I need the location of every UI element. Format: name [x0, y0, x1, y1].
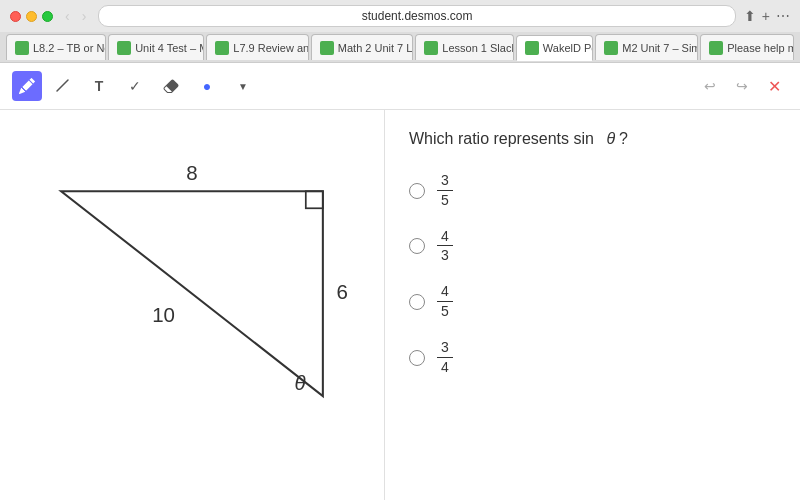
tab-7[interactable]: Please help me......: [700, 34, 794, 60]
more-icon[interactable]: ⋯: [776, 8, 790, 24]
fraction-2-num: 4: [437, 228, 453, 247]
fraction-1: 3 5: [437, 172, 453, 210]
toolbar: T ✓ ● ▼ ↩ ↪ ✕: [0, 63, 800, 110]
fraction-2-den: 3: [437, 246, 453, 265]
redo-button[interactable]: ↪: [728, 72, 756, 100]
clear-button[interactable]: ✕: [760, 72, 788, 100]
page-content: T ✓ ● ▼ ↩ ↪ ✕: [0, 63, 800, 500]
close-button[interactable]: [10, 11, 21, 22]
tab-label-0: L8.2 – TB or Not TB?: [33, 42, 106, 54]
side-top-label: 8: [186, 161, 197, 184]
tab-favicon-4: [424, 41, 438, 55]
share-icon[interactable]: ⬆: [744, 8, 756, 24]
color-tool[interactable]: ●: [192, 71, 222, 101]
question-theta: θ: [606, 130, 615, 148]
fraction-3: 4 5: [437, 283, 453, 321]
url-text: student.desmos.com: [362, 9, 473, 23]
question-text-before: Which ratio represents sin: [409, 130, 594, 148]
radio-4[interactable]: [409, 350, 425, 366]
address-bar[interactable]: student.desmos.com: [98, 5, 735, 27]
fraction-1-den: 5: [437, 191, 453, 210]
browser-chrome: ‹ › student.desmos.com ⬆ + ⋯ L8.2 – TB o…: [0, 0, 800, 63]
tab-label-1: Unit 4 Test – Math 2: [135, 42, 204, 54]
fraction-1-num: 3: [437, 172, 453, 191]
line-tool[interactable]: [48, 71, 78, 101]
triangle-container: 8 6 10 θ: [27, 135, 357, 475]
tab-6[interactable]: M2 Unit 7 – Similarit...: [595, 34, 698, 60]
options-list: 3 5 4 3 4 5: [409, 172, 776, 376]
tab-5[interactable]: WakelD Portal: [516, 35, 593, 61]
tab-favicon-6: [604, 41, 618, 55]
option-4[interactable]: 3 4: [409, 339, 776, 377]
tab-label-5: WakelD Portal: [543, 42, 593, 54]
triangle-svg: 8 6 10 θ: [27, 135, 357, 475]
question-area: Which ratio represents sin θ ? 3 5: [385, 110, 800, 500]
forward-button[interactable]: ›: [78, 6, 91, 26]
tab-favicon-1: [117, 41, 131, 55]
tab-label-4: Lesson 1 Slacker's...: [442, 42, 514, 54]
checkmark-tool[interactable]: ✓: [120, 71, 150, 101]
tab-favicon-2: [215, 41, 229, 55]
fraction-4-den: 4: [437, 358, 453, 377]
nav-buttons: ‹ ›: [61, 6, 90, 26]
canvas-area: 8 6 10 θ: [0, 110, 385, 500]
tab-favicon-5: [525, 41, 539, 55]
question-text: Which ratio represents sin θ ?: [409, 130, 776, 148]
color-dropdown[interactable]: ▼: [228, 71, 258, 101]
text-tool[interactable]: T: [84, 71, 114, 101]
minimize-button[interactable]: [26, 11, 37, 22]
svg-marker-0: [61, 191, 323, 396]
pencil-tool[interactable]: [12, 71, 42, 101]
titlebar: ‹ › student.desmos.com ⬆ + ⋯: [0, 0, 800, 32]
fraction-4-num: 3: [437, 339, 453, 358]
maximize-button[interactable]: [42, 11, 53, 22]
tab-0[interactable]: L8.2 – TB or Not TB?: [6, 34, 106, 60]
svg-rect-1: [306, 191, 323, 208]
option-2[interactable]: 4 3: [409, 228, 776, 266]
theta-label: θ: [295, 371, 306, 394]
hypotenuse-label: 10: [152, 303, 175, 326]
radio-3[interactable]: [409, 294, 425, 310]
tab-favicon-7: [709, 41, 723, 55]
undo-redo-group: ↩ ↪ ✕: [696, 72, 788, 100]
tab-favicon-3: [320, 41, 334, 55]
new-tab-icon[interactable]: +: [762, 8, 770, 24]
tab-1[interactable]: Unit 4 Test – Math 2: [108, 34, 204, 60]
fraction-3-num: 4: [437, 283, 453, 302]
radio-2[interactable]: [409, 238, 425, 254]
tab-label-3: Math 2 Unit 7 Lesso...: [338, 42, 414, 54]
fraction-4: 3 4: [437, 339, 453, 377]
option-1[interactable]: 3 5: [409, 172, 776, 210]
question-text-after: ?: [619, 130, 628, 148]
undo-button[interactable]: ↩: [696, 72, 724, 100]
fraction-2: 4 3: [437, 228, 453, 266]
tab-favicon-0: [15, 41, 29, 55]
tabs-bar: L8.2 – TB or Not TB? Unit 4 Test – Math …: [0, 32, 800, 62]
fraction-3-den: 5: [437, 302, 453, 321]
traffic-lights: [10, 11, 53, 22]
main-area: 8 6 10 θ Which ratio represents sin θ ?: [0, 110, 800, 500]
tab-3[interactable]: Math 2 Unit 7 Lesso...: [311, 34, 414, 60]
tab-4[interactable]: Lesson 1 Slacker's...: [415, 34, 514, 60]
radio-1[interactable]: [409, 183, 425, 199]
tab-label-2: L7.9 Review and An...: [233, 42, 309, 54]
side-right-label: 6: [337, 280, 348, 303]
tab-2[interactable]: L7.9 Review and An...: [206, 34, 309, 60]
eraser-tool[interactable]: [156, 71, 186, 101]
tab-label-7: Please help me......: [727, 42, 794, 54]
option-3[interactable]: 4 5: [409, 283, 776, 321]
browser-actions: ⬆ + ⋯: [744, 8, 790, 24]
back-button[interactable]: ‹: [61, 6, 74, 26]
tab-label-6: M2 Unit 7 – Similarit...: [622, 42, 698, 54]
